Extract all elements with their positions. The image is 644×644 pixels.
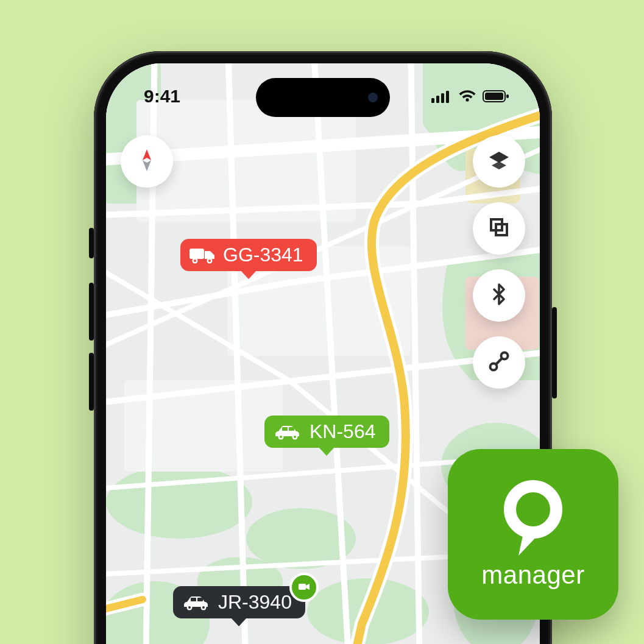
- route-button[interactable]: [473, 336, 525, 389]
- truck-icon: [189, 246, 216, 265]
- route-icon: [487, 349, 511, 376]
- compass-button[interactable]: [121, 135, 173, 188]
- svg-marker-24: [492, 161, 506, 169]
- svg-rect-46: [197, 598, 203, 601]
- svg-marker-23: [489, 152, 509, 163]
- svg-rect-19: [485, 93, 503, 100]
- app-badge[interactable]: manager: [448, 449, 618, 620]
- svg-point-29: [501, 353, 508, 359]
- battery-icon: [483, 90, 509, 103]
- phone-side-button: [552, 307, 557, 398]
- cellular-icon: [431, 90, 452, 103]
- bluetooth-icon: [487, 282, 511, 309]
- svg-marker-22: [143, 160, 151, 171]
- vehicle-pin[interactable]: KN-564: [264, 416, 389, 448]
- svg-rect-16: [441, 93, 444, 103]
- vehicle-pin[interactable]: JR-3940: [173, 586, 305, 618]
- fit-bounds-icon: [487, 215, 511, 242]
- camera-badge[interactable]: [289, 573, 319, 602]
- svg-rect-47: [299, 584, 306, 590]
- svg-point-37: [280, 436, 282, 438]
- manager-logo-icon: [497, 479, 570, 552]
- svg-rect-20: [506, 94, 509, 98]
- svg-point-38: [294, 436, 296, 438]
- dynamic-island: [256, 78, 390, 117]
- status-time: 9:41: [144, 86, 180, 107]
- svg-point-34: [208, 260, 211, 262]
- svg-point-33: [194, 260, 196, 262]
- wifi-icon: [458, 90, 476, 103]
- camera-icon: [297, 576, 311, 599]
- compass-icon: [135, 148, 159, 175]
- svg-rect-45: [191, 598, 196, 601]
- app-badge-label: manager: [481, 561, 584, 590]
- svg-rect-39: [282, 427, 288, 431]
- svg-point-44: [202, 606, 205, 609]
- layers-icon: [487, 148, 511, 175]
- svg-rect-14: [431, 98, 434, 103]
- car-icon: [273, 423, 302, 441]
- fit-bounds-button[interactable]: [473, 202, 525, 255]
- vehicle-pin[interactable]: GG-3341: [180, 239, 317, 271]
- car-icon: [182, 594, 211, 611]
- phone-side-button: [89, 353, 94, 411]
- svg-point-28: [490, 364, 497, 370]
- svg-rect-30: [189, 249, 204, 259]
- vehicle-id: JR-3940: [218, 591, 292, 614]
- svg-rect-17: [446, 91, 449, 103]
- svg-point-43: [188, 606, 191, 609]
- svg-point-48: [510, 486, 556, 533]
- phone-side-button: [89, 283, 94, 341]
- vehicle-id: KN-564: [310, 420, 376, 443]
- map-layers-button[interactable]: [473, 135, 525, 188]
- svg-rect-40: [289, 427, 294, 431]
- vehicle-id: GG-3341: [223, 244, 303, 266]
- phone-side-button: [89, 228, 94, 258]
- bluetooth-button[interactable]: [473, 269, 525, 322]
- svg-rect-15: [436, 96, 439, 103]
- svg-marker-21: [143, 149, 151, 160]
